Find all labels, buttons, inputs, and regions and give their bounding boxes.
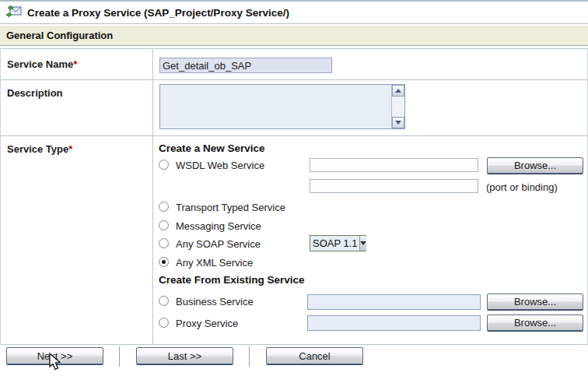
required-asterisk: *: [68, 143, 72, 155]
proxy-service-radio[interactable]: [159, 318, 169, 328]
mouse-cursor-icon: [45, 352, 62, 376]
business-service-label: Business Service: [176, 296, 254, 307]
business-service-input[interactable]: [307, 294, 481, 310]
section-header-general-configuration: General Configuration: [0, 26, 588, 46]
create-new-service-heading: Create a New Service: [159, 142, 265, 154]
description-textarea[interactable]: [159, 84, 405, 129]
section-title: General Configuration: [6, 30, 113, 41]
textarea-scrollbar[interactable]: [391, 85, 404, 128]
create-from-existing-heading: Create From Existing Service: [159, 274, 305, 286]
footer-divider: [249, 346, 250, 367]
proxy-service-input[interactable]: [307, 315, 481, 331]
wsdl-browse-button[interactable]: Browse...: [487, 157, 583, 174]
last-button[interactable]: Last >>: [136, 347, 233, 364]
description-row: Description: [1, 80, 587, 136]
messaging-service-radio[interactable]: [159, 220, 169, 230]
cancel-button[interactable]: Cancel: [266, 347, 363, 364]
any-xml-service-radio[interactable]: [159, 257, 169, 267]
wsdl-web-service-label: WSDL Web Service: [176, 160, 264, 171]
scroll-up-icon[interactable]: [392, 85, 404, 97]
transport-typed-service-label: Transport Typed Service: [176, 202, 285, 213]
proxy-service-icon: [6, 5, 22, 20]
proxy-service-label: Proxy Service: [176, 318, 238, 329]
business-service-browse-button[interactable]: Browse...: [487, 293, 583, 310]
transport-typed-service-radio[interactable]: [159, 202, 169, 212]
service-name-label: Service Name*: [1, 49, 153, 79]
any-soap-service-label: Any SOAP Service: [176, 238, 261, 250]
any-soap-service-radio[interactable]: [159, 238, 169, 248]
soap-version-select[interactable]: SOAP 1.1: [310, 235, 366, 251]
service-type-label: Service Type*: [1, 136, 153, 344]
any-xml-service-label: Any XML Service: [176, 257, 253, 269]
service-name-row: Service Name*: [1, 49, 587, 80]
general-configuration-form: Service Name* Description: [0, 48, 588, 345]
scroll-down-icon[interactable]: [392, 117, 404, 128]
port-or-binding-hint: (port or binding): [486, 181, 558, 193]
messaging-service-label: Messaging Service: [176, 220, 261, 232]
service-name-input[interactable]: [159, 58, 332, 73]
create-proxy-service-page: Create a Proxy Service (SAP_Project/Prox…: [0, 0, 588, 376]
business-service-radio[interactable]: [159, 296, 169, 306]
chevron-down-icon[interactable]: [359, 236, 366, 251]
soap-version-value: SOAP 1.1: [310, 236, 359, 251]
description-label: Description: [1, 80, 153, 135]
wsdl-url-input[interactable]: [310, 158, 478, 172]
page-header: Create a Proxy Service (SAP_Project/Prox…: [0, 2, 588, 24]
service-type-row: Service Type* Create a New Service WSDL …: [1, 136, 587, 345]
page-title: Create a Proxy Service (SAP_Project/Prox…: [27, 7, 289, 19]
wsdl-web-service-radio[interactable]: [159, 160, 169, 170]
wsdl-port-binding-input[interactable]: [310, 179, 478, 193]
footer-divider: [119, 346, 120, 367]
required-asterisk: *: [73, 58, 77, 70]
proxy-service-browse-button[interactable]: Browse...: [487, 315, 583, 331]
wizard-footer: Next >> Last >> Cancel: [0, 345, 588, 374]
